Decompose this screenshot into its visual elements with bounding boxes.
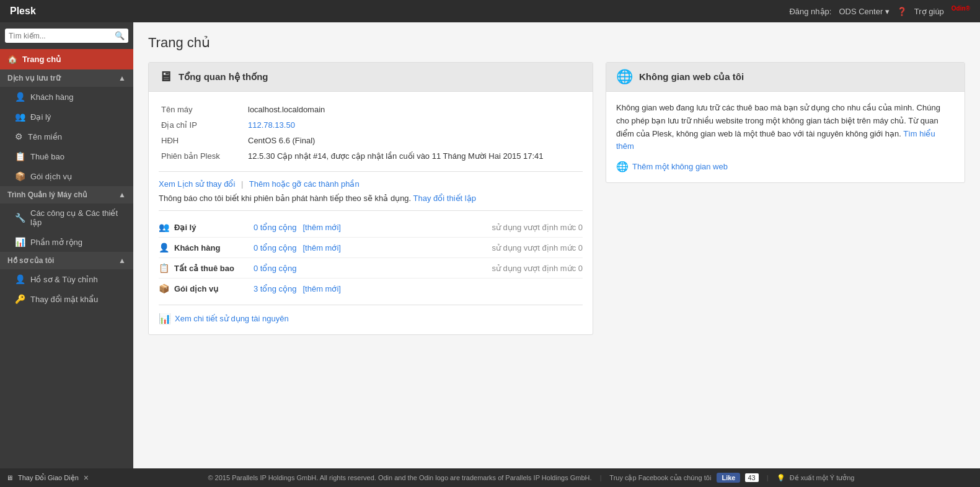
subscriptions-stat-icon: 📋 (159, 263, 169, 273)
content-area: Trang chủ 🖥 Tổng quan hệ thống Tên máy l… (133, 22, 980, 468)
sidebar-item-subscriptions[interactable]: 📋 Thuê bao (0, 146, 133, 166)
system-overview-body: Tên máy localhost.localdomain Địa chỉ IP… (149, 92, 593, 334)
main-layout: 🔍 🏠 Trang chủ Dịch vụ lưu trữ ▲ 👤 Khách … (0, 22, 980, 468)
sidebar-section-server[interactable]: Trình Quản lý Máy chủ ▲ (0, 186, 133, 203)
monitor-icon: 🖥 (159, 69, 172, 85)
table-row: Địa chỉ IP 112.78.13.50 (159, 117, 583, 133)
webspace-body: Không gian web đang lưu trữ các thuê bao… (606, 92, 965, 182)
subscriptions-stat-label: Tất cả thuê bao (174, 264, 249, 273)
change-theme-label[interactable]: Thay Đổi Giao Diện (18, 474, 79, 482)
table-row: Phiên bản Plesk 12.5.30 Cập nhật #14, đư… (159, 148, 583, 164)
resource-detail-link[interactable]: Xem chi tiết sử dụng tài nguyên (175, 314, 289, 323)
history-link[interactable]: Xem Lịch sử thay đổi (159, 179, 235, 189)
notify-text: Thông báo cho tôi biết khi phiên bản phá… (159, 194, 411, 203)
sidebar-section-profile[interactable]: Hồ sơ của tôi ▲ (0, 252, 133, 269)
stat-row-customers: 👤 Khách hàng 0 tổng cộng [thêm mới] sử d… (159, 239, 583, 256)
customers-stat-icon: 👤 (159, 243, 169, 252)
sidebar: 🔍 🏠 Trang chủ Dịch vụ lưu trữ ▲ 👤 Khách … (0, 22, 133, 468)
customer-icon: 👤 (15, 92, 25, 102)
copyright-text: © 2015 Parallels IP Holdings GmbH. All r… (208, 474, 591, 481)
ip-link[interactable]: 112.78.13.50 (248, 120, 295, 130)
collapse-icon-2: ▲ (118, 190, 126, 199)
profile-icon: 👤 (15, 274, 25, 284)
stat-row-plans: 📦 Gói dịch vụ 3 tổng cộng [thêm mới] (159, 280, 583, 297)
sidebar-item-tools[interactable]: 🔧 Các công cụ & Các thiết lập (0, 203, 133, 232)
sidebar-item-change-password[interactable]: 🔑 Thay đổi mật khẩu (0, 289, 133, 309)
sidebar-item-customers[interactable]: 👤 Khách hàng (0, 87, 133, 107)
agents-add[interactable]: [thêm mới] (303, 223, 341, 232)
monitor-icon-bottom: 🖥 (6, 474, 13, 481)
sidebar-item-extensions[interactable]: 📊 Phần mở rộng (0, 232, 133, 252)
close-theme-button[interactable]: × (84, 473, 89, 483)
agents-stat-icon: 👥 (159, 222, 169, 232)
notify-row: Thông báo cho tôi biết khi phiên bản phá… (159, 194, 583, 203)
sidebar-item-domains[interactable]: ⚙ Tên miền (0, 127, 133, 146)
label-ip: Địa chỉ IP (159, 117, 245, 133)
label-os: HĐH (159, 133, 245, 148)
bottombar: 🖥 Thay Đổi Giao Diện × © 2015 Parallels … (0, 468, 980, 487)
plans-total[interactable]: 3 tổng cộng (254, 284, 297, 293)
system-info-table: Tên máy localhost.localdomain Địa chỉ IP… (159, 102, 583, 164)
label-hostname: Tên máy (159, 102, 245, 117)
plans-stat-icon: 📦 (159, 284, 169, 293)
help-link[interactable]: Trợ giúp (914, 7, 944, 16)
stat-row-agents: 👥 Đại lý 0 tổng cộng [thêm mới] sử dụng … (159, 218, 583, 236)
customers-stat-label: Khách hàng (174, 243, 249, 252)
sidebar-item-home[interactable]: 🏠 Trang chủ (0, 49, 133, 69)
stat-divider-1 (159, 237, 583, 238)
components-link[interactable]: Thêm hoặc gỡ các thành phần (249, 179, 360, 189)
stats-section: 👥 Đại lý 0 tổng cộng [thêm mới] sử dụng … (159, 218, 583, 297)
user-name: ODS Center (839, 7, 883, 16)
webspace-title: Không gian web của tôi (639, 71, 744, 83)
bar-chart-icon: 📊 (159, 313, 171, 324)
sidebar-item-agents[interactable]: 👥 Đại lý (0, 107, 133, 127)
service-plan-icon: 📦 (15, 171, 25, 181)
webspace-card: 🌐 Không gian web của tôi Không gian web … (606, 62, 965, 183)
sidebar-search-area: 🔍 (0, 22, 133, 49)
resource-link-row: 📊 Xem chi tiết sử dụng tài nguyên (159, 313, 583, 324)
agents-usage: sử dụng vượt định mức 0 (492, 223, 583, 232)
add-webspace-icon: 🌐 (616, 161, 629, 172)
tools-icon: 🔧 (15, 213, 25, 223)
search-input[interactable] (9, 32, 115, 40)
plans-add[interactable]: [thêm mới] (303, 284, 341, 293)
table-row: Tên máy localhost.localdomain (159, 102, 583, 117)
system-overview-title: Tổng quan hệ thống (179, 71, 268, 83)
stat-divider-2 (159, 257, 583, 258)
webspace-description: Không gian web đang lưu trữ các thuê bao… (616, 102, 955, 153)
topbar-right: Đăng nhập: ODS Center ▾ ❓ Trợ giúp Odin® (789, 3, 970, 19)
webspace-header: 🌐 Không gian web của tôi (606, 63, 965, 92)
stat-row-subscriptions: 📋 Tất cả thuê bao 0 tổng cộng sử dụng vư… (159, 259, 583, 277)
add-webspace-link[interactable]: Thêm một không gian web (632, 162, 728, 171)
search-input-wrap[interactable]: 🔍 (5, 29, 128, 43)
subscriptions-usage: sử dụng vượt định mức 0 (492, 264, 583, 273)
value-plesk-version: 12.5.30 Cập nhật #14, được cập nhật lần … (245, 148, 583, 164)
value-os: CentOS 6.6 (Final) (245, 133, 583, 148)
user-menu[interactable]: ODS Center ▾ (839, 7, 889, 16)
search-icon: 🔍 (115, 31, 125, 40)
suggest-link[interactable]: Đề xuất một Ý tưởng (790, 474, 855, 481)
cards-grid: 🖥 Tổng quan hệ thống Tên máy localhost.l… (148, 62, 965, 335)
sidebar-section-storage[interactable]: Dịch vụ lưu trữ ▲ (0, 69, 133, 87)
subscriptions-total[interactable]: 0 tổng cộng (254, 264, 297, 273)
extensions-icon: 📊 (15, 237, 25, 247)
sidebar-item-profile[interactable]: 👤 Hồ sơ & Tùy chỉnh (0, 269, 133, 289)
customers-usage: sử dụng vượt định mức 0 (492, 243, 583, 252)
topbar: Plesk Đăng nhập: ODS Center ▾ ❓ Trợ giúp… (0, 0, 980, 22)
customers-total[interactable]: 0 tổng cộng (254, 243, 297, 252)
system-overview-header: 🖥 Tổng quan hệ thống (149, 63, 593, 92)
fb-like-button[interactable]: Like (717, 473, 740, 483)
system-overview-card: 🖥 Tổng quan hệ thống Tên máy localhost.l… (148, 62, 593, 335)
customers-add[interactable]: [thêm mới] (303, 243, 341, 252)
fb-count: 43 (745, 473, 759, 482)
table-row: HĐH CentOS 6.6 (Final) (159, 133, 583, 148)
sidebar-item-service-plans[interactable]: 📦 Gói dịch vụ (0, 166, 133, 186)
value-hostname: localhost.localdomain (245, 102, 583, 117)
notify-settings-link[interactable]: Thay đổi thiết lập (413, 194, 476, 203)
help-icon: ❓ (897, 7, 907, 16)
dropdown-icon: ▾ (885, 7, 890, 16)
agents-stat-label: Đại lý (174, 223, 249, 232)
value-ip: 112.78.13.50 (245, 117, 583, 133)
collapse-icon: ▲ (118, 74, 126, 83)
agents-total[interactable]: 0 tổng cộng (254, 223, 297, 232)
